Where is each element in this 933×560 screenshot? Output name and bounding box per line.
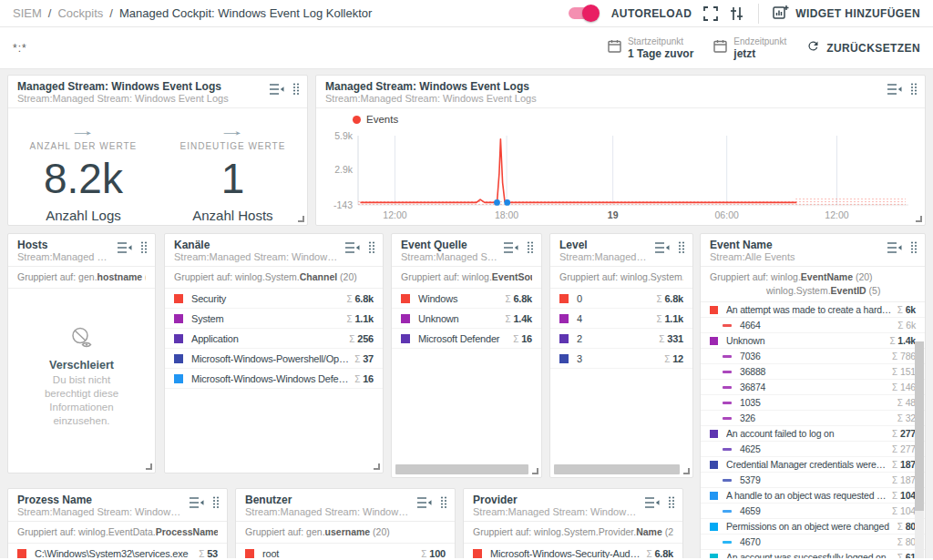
row-label: Permissions on an object were changed (726, 521, 893, 532)
table-row[interactable]: 36888Σ151 (701, 364, 925, 380)
widget-subtitle: Stream:Managed Stream: Windows Event Lo.… (174, 251, 339, 262)
table-row[interactable]: 36874Σ146 (701, 380, 925, 395)
table-row[interactable]: 4625Σ277 (701, 442, 925, 457)
breadcrumb-siem[interactable]: SIEM (13, 6, 42, 20)
drag-handle-icon[interactable] (368, 241, 375, 254)
autoreload-toggle[interactable] (569, 7, 598, 19)
row-label: 3 (577, 353, 660, 364)
stat-label: ANZAHL DER WERTE (30, 141, 138, 151)
resize-handle[interactable] (916, 216, 922, 222)
horizontal-scrollbar[interactable] (395, 464, 528, 474)
sigma-icon: Σ (354, 374, 360, 384)
drag-handle-icon[interactable] (678, 241, 685, 254)
table-row[interactable]: A handle to an object was requested wit.… (701, 488, 925, 504)
sigma-icon: Σ (346, 314, 352, 324)
focus-icon[interactable] (416, 496, 432, 509)
add-widget-button[interactable]: WIDGET HINZUFÜGEN (773, 5, 920, 23)
table-row[interactable]: Microsoft DefenderΣ16 (392, 329, 541, 349)
row-value: Σ16 (354, 373, 374, 384)
sigma-icon: Σ (349, 334, 354, 344)
resize-handle[interactable] (298, 216, 304, 222)
resize-handle[interactable] (374, 463, 380, 470)
series-color-swatch (559, 334, 569, 343)
horizontal-scrollbar[interactable] (554, 464, 680, 474)
table-row[interactable]: An account was successfully logged onΣ61 (701, 550, 925, 558)
row-value: Σ6.8k (656, 293, 683, 304)
resize-handle[interactable] (683, 468, 690, 474)
tune-icon[interactable] (730, 6, 744, 21)
widget-title: Managed Stream: Windows Event Logs (17, 80, 263, 93)
table-row[interactable]: 4664Σ6k (701, 318, 925, 333)
table-row[interactable]: 0Σ6.8k (550, 289, 692, 309)
table-row[interactable]: An attempt was made to create a hard lin… (701, 302, 925, 318)
focus-icon[interactable] (887, 241, 902, 254)
grouping-info: Gruppiert auf: winlog.System.Provider.Na… (464, 522, 682, 544)
fullscreen-icon[interactable] (703, 6, 718, 21)
table-row[interactable]: 4659Σ104 (701, 504, 925, 519)
trend-arrow-icon: → (69, 123, 97, 139)
table-row[interactable]: UnknownΣ1.4k (392, 309, 541, 329)
table-row[interactable]: 3Σ12 (550, 349, 692, 369)
sigma-icon: Σ (656, 314, 661, 324)
focus-icon[interactable] (117, 241, 132, 254)
table-row[interactable]: WindowsΣ6.8k (392, 289, 541, 309)
focus-icon[interactable] (503, 241, 518, 254)
table-row[interactable]: 326Σ32 (701, 411, 925, 426)
widget-subtitle: Stream:Managed Stream: Windows Event Log… (17, 93, 263, 104)
topbar-actions: AUTORELOAD WIDGET HINZUFÜGEN (569, 4, 920, 24)
drag-handle-icon[interactable] (292, 83, 300, 96)
series-dash-icon (723, 541, 732, 544)
table-row[interactable]: An account failed to log onΣ277 (701, 426, 925, 442)
drag-handle-icon[interactable] (668, 496, 675, 509)
table-row[interactable]: UnknownΣ1.4k (701, 333, 925, 349)
drag-handle-icon[interactable] (527, 241, 534, 254)
sigma-icon: Σ (892, 367, 897, 377)
drag-handle-icon[interactable] (910, 83, 918, 96)
drag-handle-icon[interactable] (140, 241, 148, 254)
table-row[interactable]: Permissions on an object were changedΣ80 (701, 519, 925, 535)
table-row[interactable]: 1035Σ48 (701, 395, 925, 411)
breadcrumb-cockpits[interactable]: Cockpits (57, 6, 103, 20)
start-time-picker[interactable]: Startzeitpunkt 1 Tage zuvor (608, 36, 693, 60)
row-value: Σ187 (892, 474, 916, 485)
focus-icon[interactable] (189, 496, 204, 509)
reset-button[interactable]: ZURÜCKSETZEN (806, 39, 920, 56)
table-row[interactable]: 2Σ331 (550, 329, 692, 349)
table-row[interactable]: Microsoft-Windows-Windows Defender/Op...… (165, 369, 383, 389)
table-row[interactable]: 4Σ1.1k (550, 309, 692, 329)
calendar-icon (713, 36, 727, 56)
table-row[interactable]: rootΣ100 (236, 544, 455, 558)
search-query-input[interactable]: *:* (13, 42, 27, 55)
table-row[interactable]: 5379Σ187 (701, 473, 925, 488)
resize-handle[interactable] (532, 468, 538, 474)
table-row[interactable]: Microsoft-Windows-Powershell/Operational… (165, 349, 383, 369)
table-row[interactable]: C:\Windows\System32\services.exeΣ53 (8, 544, 227, 558)
drag-handle-icon[interactable] (212, 496, 220, 509)
focus-icon[interactable] (644, 496, 660, 509)
table-row[interactable]: SystemΣ1.1k (165, 309, 383, 329)
widget-header: BenutzerStream:Managed Stream: Windows E… (236, 489, 455, 522)
scrollbar-thumb[interactable] (915, 341, 924, 511)
series-dash-icon (723, 417, 732, 420)
obfuscated-text: Du bist nichtberechtigt dieseInformation… (45, 373, 118, 428)
series-color-swatch (245, 549, 254, 558)
row-label: Windows (418, 293, 500, 304)
drag-handle-icon[interactable] (440, 496, 447, 509)
resize-handle[interactable] (146, 463, 152, 470)
focus-icon[interactable] (654, 241, 670, 254)
drag-handle-icon[interactable] (910, 241, 918, 254)
breadcrumb-separator: / (109, 6, 113, 20)
focus-icon[interactable] (269, 83, 284, 96)
focus-icon[interactable] (887, 83, 902, 96)
table-row[interactable]: SecurityΣ6.8k (165, 289, 383, 309)
svg-text:19: 19 (608, 209, 619, 220)
table-row[interactable]: ApplicationΣ256 (165, 329, 383, 349)
end-time-picker[interactable]: Endzeitpunkt jetzt (713, 36, 786, 60)
table-row[interactable]: 4670Σ80 (701, 535, 925, 550)
focus-icon[interactable] (344, 241, 360, 254)
table-row[interactable]: 7036Σ786 (701, 349, 925, 364)
table-row[interactable]: Microsoft-Windows-Security-AuditingΣ6.8k (464, 544, 682, 558)
table-row[interactable]: Credential Manager credentials were read… (701, 457, 925, 473)
vertical-scrollbar[interactable] (915, 341, 924, 558)
sigma-icon: Σ (897, 413, 903, 423)
